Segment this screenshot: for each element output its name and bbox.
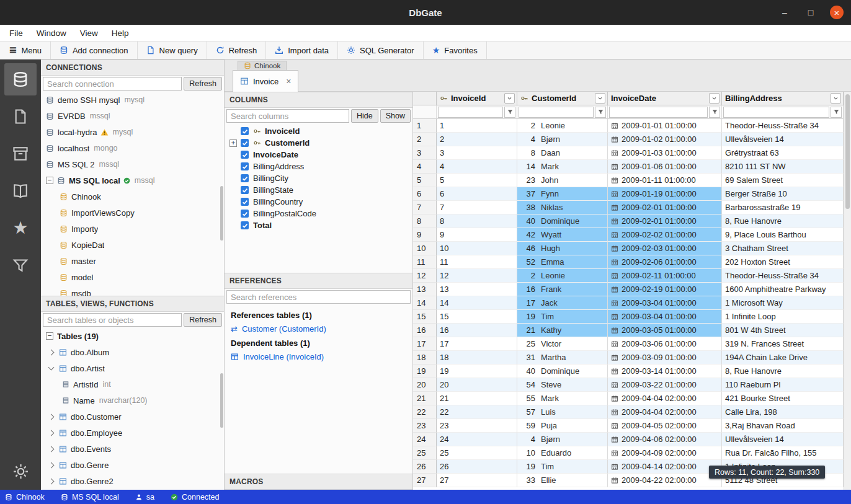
cell-invoicedate[interactable]: 2009-04-04 02:00:00 bbox=[608, 405, 722, 419]
column-menu-button[interactable] bbox=[504, 93, 515, 104]
connection-item-ms-sql-2[interactable]: MS SQL 2mssql bbox=[41, 156, 224, 172]
import-data-button[interactable]: Import data bbox=[266, 42, 338, 59]
row-number[interactable]: 13 bbox=[413, 283, 437, 296]
filter-menu-button[interactable] bbox=[595, 107, 606, 118]
chevron-down-icon[interactable] bbox=[48, 365, 55, 371]
cell-invoicedate[interactable]: 2009-03-22 01:00:00 bbox=[608, 378, 722, 392]
row-number[interactable]: 12 bbox=[413, 269, 437, 283]
row-number[interactable]: 9 bbox=[413, 228, 437, 242]
cell-invoicedate[interactable]: 2009-02-19 01:00:00 bbox=[608, 283, 722, 296]
cell-billingaddress[interactable]: 1 Microsoft Way bbox=[722, 296, 844, 310]
row-number[interactable]: 24 bbox=[413, 433, 437, 446]
cell-invoicedate[interactable]: 2009-04-22 02:00:00 bbox=[608, 474, 722, 487]
maximize-button[interactable]: □ bbox=[804, 6, 818, 19]
cell-billingaddress[interactable]: 9, Place Louis Barthou bbox=[722, 228, 844, 242]
rail-history-icon[interactable] bbox=[4, 175, 37, 207]
cell-billingaddress[interactable]: Calle Lira, 198 bbox=[722, 405, 844, 419]
cell-invoiceid[interactable]: 24 bbox=[437, 433, 517, 446]
sql-generator-button[interactable]: SQL Generator bbox=[338, 42, 424, 59]
cell-invoiceid[interactable]: 23 bbox=[437, 419, 517, 433]
cell-invoicedate[interactable]: 2009-02-06 01:00:00 bbox=[608, 255, 722, 269]
cell-invoiceid[interactable]: 12 bbox=[437, 269, 517, 283]
tree-item-dbo-customer[interactable]: dbo.Customer bbox=[41, 409, 224, 425]
cell-customerid[interactable]: 8Daan bbox=[517, 146, 608, 160]
cell-customerid[interactable]: 55Mark bbox=[517, 392, 608, 405]
references-search-input[interactable] bbox=[226, 290, 411, 304]
connection-item-local-hydra[interactable]: local-hydramysql bbox=[41, 124, 224, 140]
tree-item-dbo-genre2[interactable]: dbo.Genre2 bbox=[41, 473, 224, 489]
cell-invoiceid[interactable]: 3 bbox=[437, 146, 517, 160]
connections-scrollbar[interactable] bbox=[220, 186, 223, 241]
cell-invoiceid[interactable]: 13 bbox=[437, 283, 517, 296]
row-number[interactable]: 25 bbox=[413, 446, 437, 460]
column-checkbox[interactable] bbox=[241, 127, 249, 135]
tables-search-input[interactable] bbox=[43, 313, 182, 327]
menu-help[interactable]: Help bbox=[105, 29, 136, 38]
cell-invoicedate[interactable]: 2009-03-04 01:00:00 bbox=[608, 310, 722, 324]
row-number[interactable]: 11 bbox=[413, 255, 437, 269]
column-item-billingpostalcode[interactable]: BillingPostalCode bbox=[225, 208, 412, 219]
cell-invoiceid[interactable]: 5 bbox=[437, 174, 517, 187]
cell-invoicedate[interactable]: 2009-02-03 01:00:00 bbox=[608, 242, 722, 255]
tab-invoice[interactable]: Invoice × bbox=[233, 70, 298, 92]
cell-invoicedate[interactable]: 2009-02-01 01:00:00 bbox=[608, 214, 722, 228]
database-item-chinook[interactable]: Chinook bbox=[41, 188, 224, 205]
cell-customerid[interactable]: 59Puja bbox=[517, 419, 608, 433]
cell-billingaddress[interactable]: 194A Chain Lake Drive bbox=[722, 351, 844, 365]
cell-billingaddress[interactable]: 1600 Amphitheatre Parkway bbox=[722, 283, 844, 296]
row-number[interactable]: 21 bbox=[413, 392, 437, 405]
cell-invoiceid[interactable]: 25 bbox=[437, 446, 517, 460]
tab-close-icon[interactable]: × bbox=[286, 76, 291, 86]
cell-customerid[interactable]: 42Wyatt bbox=[517, 228, 608, 242]
cell-invoiceid[interactable]: 9 bbox=[437, 228, 517, 242]
collapse-expander-icon[interactable]: − bbox=[46, 177, 53, 184]
database-item-importviewscopy[interactable]: ImportViewsCopy bbox=[41, 205, 224, 221]
row-number[interactable]: 20 bbox=[413, 378, 437, 392]
cell-billingaddress[interactable]: 202 Hoxton Street bbox=[722, 255, 844, 269]
menu-file[interactable]: File bbox=[2, 29, 30, 38]
cell-invoicedate[interactable]: 2009-04-05 02:00:00 bbox=[608, 419, 722, 433]
grid-column-header-invoiceid[interactable]: InvoiceId bbox=[437, 92, 517, 105]
row-number[interactable]: 6 bbox=[413, 187, 437, 201]
row-number[interactable]: 4 bbox=[413, 160, 437, 174]
macros-panel-header[interactable]: MACROS bbox=[225, 474, 412, 490]
row-number[interactable]: 7 bbox=[413, 201, 437, 214]
cell-billingaddress[interactable]: 8, Rue Hanovre bbox=[722, 214, 844, 228]
row-number[interactable]: 23 bbox=[413, 419, 437, 433]
cell-customerid[interactable]: 10Eduardo bbox=[517, 446, 608, 460]
column-item-billingaddress[interactable]: BillingAddress bbox=[225, 161, 412, 172]
tables-refresh-button[interactable]: Refresh bbox=[184, 313, 222, 327]
column-item-invoiceid[interactable]: InvoiceId bbox=[225, 125, 412, 137]
expand-icon[interactable]: + bbox=[229, 139, 237, 147]
cell-billingaddress[interactable]: Berger Straße 10 bbox=[722, 187, 844, 201]
cell-customerid[interactable]: 46Hugh bbox=[517, 242, 608, 255]
cell-customerid[interactable]: 31Martha bbox=[517, 351, 608, 365]
cell-customerid[interactable]: 14Mark bbox=[517, 160, 608, 174]
cell-billingaddress[interactable]: Ullevålsveien 14 bbox=[722, 433, 844, 446]
cell-invoicedate[interactable]: 2009-03-04 01:00:00 bbox=[608, 296, 722, 310]
connection-item-ms-sql-local[interactable]: −MS SQL localmssql bbox=[41, 172, 224, 188]
cell-customerid[interactable]: 33Ellie bbox=[517, 474, 608, 487]
scrollbar-thumb[interactable] bbox=[845, 94, 850, 209]
database-item-master[interactable]: master bbox=[41, 253, 224, 269]
column-menu-button[interactable] bbox=[831, 93, 841, 104]
cell-customerid[interactable]: 54Steve bbox=[517, 378, 608, 392]
row-number[interactable]: 18 bbox=[413, 351, 437, 365]
favorites-button[interactable]: ★ Favorites bbox=[424, 42, 487, 59]
cell-invoiceid[interactable]: 27 bbox=[437, 474, 517, 487]
cell-invoicedate[interactable]: 2009-02-02 01:00:00 bbox=[608, 228, 722, 242]
cell-billingaddress[interactable]: Theodor-Heuss-Straße 34 bbox=[722, 269, 844, 283]
cell-invoicedate[interactable]: 2009-02-11 01:00:00 bbox=[608, 269, 722, 283]
cell-customerid[interactable]: 37Fynn bbox=[517, 187, 608, 201]
column-menu-button[interactable] bbox=[709, 93, 720, 104]
tree-item-dbo-album[interactable]: dbo.Album bbox=[41, 344, 224, 360]
cell-customerid[interactable]: 25Victor bbox=[517, 337, 608, 351]
database-item-model[interactable]: model bbox=[41, 269, 224, 285]
cell-invoicedate[interactable]: 2009-04-09 02:00:00 bbox=[608, 446, 722, 460]
cell-customerid[interactable]: 19Tim bbox=[517, 310, 608, 324]
cell-invoicedate[interactable]: 2009-01-02 01:00:00 bbox=[608, 133, 722, 146]
cell-customerid[interactable]: 40Dominique bbox=[517, 365, 608, 378]
cell-invoiceid[interactable]: 2 bbox=[437, 133, 517, 146]
column-checkbox[interactable] bbox=[241, 198, 249, 206]
cell-invoiceid[interactable]: 11 bbox=[437, 255, 517, 269]
